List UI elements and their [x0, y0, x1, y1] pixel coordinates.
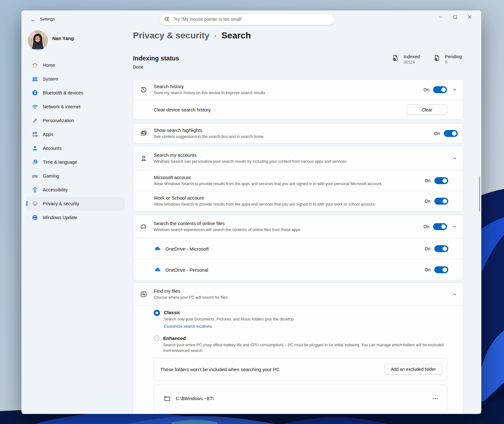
sidebar-item-network[interactable]: Network & internet [26, 100, 125, 114]
maximize-icon [453, 15, 457, 19]
sidebar-item-accessibility[interactable]: Accessibility [26, 183, 125, 197]
shield-icon [32, 201, 38, 207]
sidebar-item-label: Windows Update [43, 215, 77, 220]
system-icon [32, 76, 38, 82]
find-my-files-card: Find my files Choose where your PC will … [133, 283, 463, 414]
search-history-row[interactable]: Search history Store my search history o… [133, 80, 463, 100]
more-options-icon[interactable] [433, 398, 438, 399]
excluded-folders-panel: These folders won’t be included when sea… [154, 358, 447, 381]
breadcrumb-separator-icon: › [215, 32, 216, 39]
sidebar-item-accounts[interactable]: Accounts [26, 141, 125, 155]
chevron-up-icon[interactable] [451, 87, 458, 93]
sidebar-item-gaming[interactable]: Gaming [26, 169, 125, 183]
online-files-toggle[interactable] [433, 223, 447, 230]
clear-button[interactable]: Clear [407, 105, 447, 115]
sidebar-item-label: Privacy & security [43, 201, 79, 206]
row-description: Windows Search can personalize your sear… [154, 159, 447, 164]
microsoft-account-toggle[interactable] [434, 177, 448, 184]
clear-history-row: Clear device search history Clear [133, 100, 463, 119]
close-icon [468, 15, 472, 19]
row-title: Microsoft account [154, 175, 425, 180]
sidebar-item-bluetooth[interactable]: Bluetooth & devices [26, 86, 125, 100]
enhanced-radio[interactable] [154, 336, 159, 341]
row-title: Show search highlights [154, 127, 434, 133]
sidebar-item-time-language[interactable]: Time & language [26, 155, 125, 169]
enhanced-option[interactable]: Enhanced Search your entire PC (may affe… [154, 335, 447, 353]
sidebar-item-label: Accessibility [43, 187, 68, 192]
row-description: Allow Windows Search to provide results … [154, 202, 425, 207]
back-button[interactable]: ← [28, 15, 38, 24]
pending-label: Pending [445, 54, 462, 59]
classic-option[interactable]: Classic Search only your Documents, Pict… [154, 309, 447, 329]
radio-description: Search your entire PC (may affect batter… [163, 342, 447, 353]
excluded-folder-row[interactable]: C:\$Windows.~BT\ [154, 385, 447, 412]
pending-stat: Pending 0 [433, 54, 462, 65]
online-files-header[interactable]: Search the contents of online files Wind… [133, 215, 463, 238]
user-name: Nan Yang [52, 36, 74, 41]
find-my-files-header[interactable]: Find my files Choose where your PC will … [133, 283, 463, 305]
accounts-icon [32, 145, 38, 152]
indexed-stat: Indexed 30119 [392, 54, 420, 65]
classic-radio[interactable] [154, 310, 160, 316]
avatar[interactable] [28, 30, 48, 50]
search-highlights-toggle[interactable] [444, 130, 458, 137]
scrollbar-thumb[interactable] [479, 176, 480, 212]
indexing-status-title: Indexing status [133, 55, 179, 62]
person-icon [140, 155, 147, 162]
search-sparkle-icon [164, 16, 170, 22]
sidebar-item-apps[interactable]: Apps [26, 127, 125, 141]
gaming-icon [32, 173, 38, 179]
chevron-up-icon[interactable] [451, 223, 458, 230]
radio-label: Enhanced [163, 335, 447, 342]
row-title: OneDrive - Personal [165, 267, 425, 273]
row-description: Choose where your PC will search for fil… [154, 295, 447, 300]
page-title: Search [221, 31, 251, 41]
maximize-button[interactable] [448, 12, 462, 22]
sidebar-item-privacy-security[interactable]: Privacy & security [26, 197, 125, 211]
onedrive-microsoft-toggle[interactable] [434, 245, 448, 252]
minimize-button[interactable] [433, 12, 448, 22]
sidebar-item-personalization[interactable]: Personalization [26, 114, 125, 127]
search-accounts-card: Search my accounts Windows Search can pe… [133, 146, 463, 212]
excluded-folder-path: C:\$Windows.~BT\ [176, 396, 433, 401]
find-files-icon [140, 291, 147, 298]
search-input[interactable] [173, 16, 330, 22]
radio-description: Search only your Documents, Pictures, an… [164, 316, 294, 322]
customize-search-locations-link[interactable]: Customize search locations [164, 324, 212, 329]
add-excluded-folder-button[interactable]: Add an excluded folder [384, 364, 442, 375]
indexed-value: 30119 [404, 60, 420, 65]
app-title: Settings [40, 17, 55, 21]
folder-icon [163, 395, 171, 402]
radio-label: Classic [164, 309, 294, 316]
onedrive-microsoft-row: OneDrive - Microsoft On [133, 238, 463, 259]
sidebar-item-label: Gaming [43, 173, 59, 178]
indexing-stats: Indexed 30119 Pending 0 [392, 54, 462, 65]
search-accounts-header[interactable]: Search my accounts Windows Search can pe… [133, 146, 463, 170]
settings-search-box[interactable] [159, 13, 335, 25]
online-files-card: Search the contents of online files Wind… [133, 215, 463, 280]
breadcrumb: Privacy & security › Search [133, 31, 251, 41]
sidebar-item-system[interactable]: System [26, 72, 125, 86]
sidebar-item-label: Personalization [43, 118, 74, 123]
sidebar-item-windows-update[interactable]: Windows Update [26, 211, 125, 224]
onedrive-personal-toggle[interactable] [434, 266, 448, 273]
chevron-up-icon[interactable] [451, 155, 458, 161]
toggle-state-label: On [425, 199, 431, 204]
indexing-status-value: Done [133, 65, 143, 70]
search-history-toggle[interactable] [433, 86, 447, 93]
sidebar: Home System Bluetooth & devices Network … [26, 58, 125, 224]
sidebar-item-label: Accounts [43, 146, 62, 151]
search-history-card: Search history Store my search history o… [133, 79, 463, 120]
search-highlights-icon [140, 130, 147, 137]
sidebar-item-home[interactable]: Home [26, 58, 125, 72]
chevron-up-icon[interactable] [451, 291, 458, 297]
close-button[interactable] [462, 12, 477, 22]
onedrive-icon [154, 266, 162, 274]
onedrive-icon [154, 245, 162, 252]
breadcrumb-parent[interactable]: Privacy & security [133, 31, 209, 41]
work-school-account-toggle[interactable] [434, 198, 448, 205]
search-highlights-row: Show search highlights See content sugge… [133, 124, 463, 143]
apps-icon [32, 131, 38, 138]
toggle-state-label: On [423, 87, 429, 92]
row-description: See content suggestions in the search bo… [154, 134, 434, 139]
